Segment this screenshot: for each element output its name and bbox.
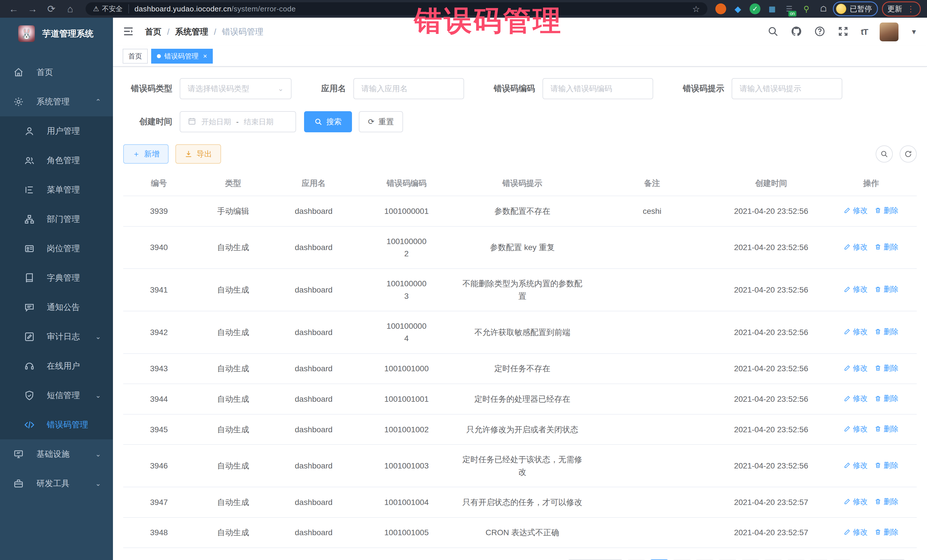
sidebar-item-sms[interactable]: 短信管理 ⌄	[0, 381, 113, 410]
edit-pencil-icon	[844, 395, 851, 402]
browser-menu-icon[interactable]: ⋮	[907, 4, 915, 14]
error-hint-label: 错误码提示	[683, 83, 724, 94]
chevron-down-icon: ⌄	[95, 333, 101, 341]
edit-link[interactable]: 修改	[844, 284, 868, 295]
browser-home-icon[interactable]: ⌂	[63, 1, 78, 17]
cell-app: dashboard	[272, 414, 356, 445]
fullscreen-icon[interactable]	[837, 26, 849, 38]
delete-link[interactable]: 删除	[874, 363, 898, 374]
font-size-icon[interactable]: tT	[861, 27, 868, 37]
sidebar-item-announcement[interactable]: 通知公告	[0, 293, 113, 322]
cell-id: 3945	[123, 414, 195, 445]
cell-actions: 修改 删除	[825, 445, 917, 487]
delete-link[interactable]: 删除	[874, 460, 898, 471]
delete-link[interactable]: 删除	[874, 393, 898, 404]
tab-home[interactable]: 首页	[123, 49, 148, 64]
cell-memo	[587, 354, 716, 384]
cell-time: 2021-04-20 23:52:56	[717, 414, 825, 445]
edit-pencil-icon	[844, 462, 851, 469]
edit-link[interactable]: 修改	[844, 496, 868, 507]
browser-forward-icon[interactable]: →	[25, 1, 40, 17]
online-user-icon	[23, 361, 35, 371]
edit-link[interactable]: 修改	[844, 423, 868, 434]
sidebar-item-org-chart[interactable]: 部门管理	[0, 205, 113, 234]
breadcrumb-home[interactable]: 首页	[145, 26, 161, 38]
profile-paused-badge[interactable]: 已暂停	[833, 2, 878, 16]
delete-link[interactable]: 删除	[874, 326, 898, 337]
table-row: 3940 自动生成 dashboard 100100000 2 参数配置 key…	[123, 226, 917, 269]
edit-link[interactable]: 修改	[844, 205, 868, 216]
sidebar-item-home[interactable]: 首页	[0, 58, 113, 87]
check-extension-icon[interactable]: ✓	[749, 3, 760, 14]
delete-link[interactable]: 删除	[874, 241, 898, 253]
browser-reload-icon[interactable]: ⟳	[44, 1, 59, 17]
sidebar-item-dictionary[interactable]: 字典管理	[0, 263, 113, 293]
avatar-caret-down-icon[interactable]: ▼	[910, 28, 917, 36]
cell-memo	[587, 311, 716, 354]
delete-link[interactable]: 删除	[874, 496, 898, 507]
docs-help-icon[interactable]	[814, 26, 825, 38]
sidebar-item-devtools[interactable]: 研发工具 ⌄	[0, 469, 113, 498]
table-row: 3941 自动生成 dashboard 100100000 3 不能删除类型为系…	[123, 269, 917, 311]
add-button[interactable]: ＋ 新增	[123, 144, 169, 164]
sidebar-item-menu-tree[interactable]: 菜单管理	[0, 175, 113, 205]
sidebar-item-audit-log[interactable]: 审计日志 ⌄	[0, 322, 113, 351]
active-tab-dot	[157, 54, 161, 58]
toggle-search-button[interactable]	[876, 146, 893, 162]
sidebar-item-online-user[interactable]: 在线用户	[0, 351, 113, 381]
edit-link[interactable]: 修改	[844, 460, 868, 471]
grid-extension-icon[interactable]: ▦	[767, 3, 778, 14]
bookmark-star-icon[interactable]: ☆	[692, 4, 700, 14]
tab-error-code[interactable]: 错误码管理 ×	[151, 49, 213, 64]
search-button[interactable]: 搜索	[304, 111, 352, 132]
browser-back-icon[interactable]: ←	[6, 1, 21, 17]
edit-link[interactable]: 修改	[844, 527, 868, 538]
key-extension-icon[interactable]: ⚲	[801, 3, 812, 14]
address-bar[interactable]: ⚠ 不安全 dashboard.yudao.iocoder.cn/system/…	[85, 2, 707, 15]
delete-link[interactable]: 删除	[874, 284, 898, 295]
main-panel: 首页 / 系统管理 / 错误码管理 tT ▼ 首页	[113, 18, 927, 560]
gem-extension-icon[interactable]: ◆	[732, 3, 743, 14]
header-search-icon[interactable]	[767, 26, 779, 38]
edit-link[interactable]: 修改	[844, 393, 868, 404]
cell-actions: 修改 删除	[825, 196, 917, 226]
reset-button[interactable]: ⟳ 重置	[359, 111, 403, 132]
puzzle-extension-icon[interactable]: ☖	[818, 3, 829, 14]
date-separator: -	[236, 117, 239, 126]
switch-extension-icon[interactable]: ☰	[784, 3, 795, 14]
warning-icon: ⚠	[93, 5, 99, 13]
cell-hint: 定时任务的处理器已经存在	[457, 384, 587, 414]
date-range-picker[interactable]: 开始日期 - 结束日期	[180, 111, 296, 132]
download-icon	[185, 150, 193, 158]
edit-link[interactable]: 修改	[844, 326, 868, 337]
hamburger-icon[interactable]	[123, 26, 135, 38]
github-icon[interactable]	[791, 26, 802, 38]
delete-link[interactable]: 删除	[874, 205, 898, 216]
delete-link[interactable]: 删除	[874, 423, 898, 434]
cell-hint: 不能删除类型为系统内置的参数配置	[457, 269, 587, 311]
sidebar-item-gear[interactable]: 系统管理 ⌃	[0, 87, 113, 116]
error-type-select[interactable]: 请选择错误码类型 ⌄	[180, 78, 292, 99]
adblock-extension-icon[interactable]	[715, 3, 726, 14]
error-hint-input[interactable]	[740, 84, 834, 93]
calendar-icon	[188, 117, 196, 127]
delete-link[interactable]: 删除	[874, 527, 898, 538]
sidebar-logo[interactable]: 🐰 芋道管理系统	[0, 18, 113, 50]
edit-link[interactable]: 修改	[844, 241, 868, 253]
export-button[interactable]: 导出	[175, 144, 221, 164]
sidebar-item-user[interactable]: 用户管理	[0, 116, 113, 146]
error-code-input[interactable]	[550, 84, 645, 93]
sidebar-item-users[interactable]: 角色管理	[0, 146, 113, 175]
sidebar-item-error-code[interactable]: 错误码管理	[0, 410, 113, 439]
edit-link[interactable]: 修改	[844, 363, 868, 374]
sidebar-item-infrastructure[interactable]: 基础设施 ⌄	[0, 439, 113, 469]
browser-update-button[interactable]: 更新 ⋮	[882, 2, 921, 17]
refresh-table-button[interactable]	[900, 146, 917, 162]
user-avatar[interactable]	[880, 23, 898, 41]
tab-close-icon[interactable]: ×	[203, 52, 207, 60]
app-name-input[interactable]	[362, 84, 456, 93]
sidebar-item-id-badge[interactable]: 岗位管理	[0, 234, 113, 263]
cell-app: dashboard	[272, 196, 356, 226]
breadcrumb-system[interactable]: 系统管理	[175, 26, 208, 38]
not-secure-label[interactable]: ⚠ 不安全	[93, 4, 129, 14]
